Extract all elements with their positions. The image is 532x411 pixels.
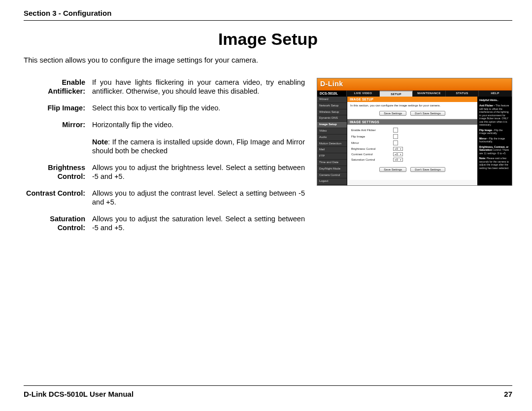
intro-text: This section allows you to configure the…	[24, 56, 512, 64]
sidenav-motion[interactable]: Motion Detection	[317, 141, 347, 147]
desc-saturation: Allows you to adjust the saturation leve…	[92, 214, 305, 232]
panel-subtitle: In this section, you can configure the i…	[347, 102, 477, 109]
label-saturation: Saturation Control	[351, 158, 393, 161]
tab-help[interactable]: HELP	[479, 91, 512, 97]
sidenav-image-setup[interactable]: Image Setup	[317, 122, 347, 128]
screenshot-embed: D-Link DCS-5010L LIVE VIDEO SETUP MAINTE…	[317, 78, 512, 186]
label-brightness: Brightness Control	[351, 147, 393, 150]
screenshot-header: D-Link	[317, 78, 512, 91]
sidenav-ftp[interactable]: FTP	[317, 153, 347, 160]
panel-title: IMAGE SETUP	[347, 97, 477, 102]
select-saturation[interactable]: +0	[393, 158, 403, 162]
term-enable-antiflicker: Enable Antiflicker:	[24, 78, 92, 96]
label-contrast: Contrast Control	[351, 153, 393, 156]
save-button-top[interactable]: Save Settings	[379, 111, 406, 116]
tab-live-video[interactable]: LIVE VIDEO	[347, 91, 380, 97]
brand-logo: D-Link	[320, 80, 343, 88]
checkbox-flip-image[interactable]	[393, 134, 398, 139]
desc-brightness: Allows you to adjust the brightness leve…	[92, 163, 305, 181]
label-anti-flicker: Enable Anti Flicker	[351, 129, 393, 132]
content-panel: IMAGE SETUP In this section, you can con…	[347, 97, 477, 185]
tab-maintenance[interactable]: MAINTENANCE	[413, 91, 446, 97]
sidenav-timedate[interactable]: Time and Date	[317, 160, 347, 166]
section-header: Section 3 - Configuration	[24, 9, 512, 21]
save-button-bottom[interactable]: Save Settings	[379, 167, 406, 172]
definitions-list: Enable Antiflicker: If you have lights f…	[24, 78, 305, 240]
sidenav-ddns[interactable]: Dynamic DNS	[317, 115, 347, 122]
label-mirror: Mirror	[351, 141, 393, 144]
side-nav: Wizard Network Setup Wireless Setup Dyna…	[317, 97, 347, 185]
select-contrast[interactable]: +0	[393, 152, 403, 156]
term-brightness: Brightness Control:	[24, 163, 92, 181]
footer-page-number: 27	[504, 390, 512, 398]
sidenav-camera-control[interactable]: Camera Control	[317, 172, 347, 179]
hints-panel: Helpful Hints.. Anti Flicker - This feat…	[477, 97, 512, 185]
section-header: IMAGE SETTINGS	[347, 119, 477, 125]
sidenav-network[interactable]: Network Setup	[317, 103, 347, 109]
tab-status[interactable]: STATUS	[446, 91, 479, 97]
hints-title: Helpful Hints..	[479, 99, 510, 102]
select-brightness[interactable]: +0	[393, 147, 403, 151]
term-note	[24, 137, 92, 155]
checkbox-anti-flicker[interactable]	[393, 128, 398, 133]
desc-mirror: Horizontally flip the video.	[92, 120, 305, 129]
dont-save-button-top[interactable]: Don't Save Settings	[410, 111, 445, 116]
sidenav-audio[interactable]: Audio	[317, 135, 347, 141]
term-saturation: Saturation Control:	[24, 214, 92, 232]
dont-save-button-bottom[interactable]: Don't Save Settings	[410, 167, 445, 172]
checkbox-mirror[interactable]	[393, 140, 398, 145]
sidenav-wireless[interactable]: Wireless Setup	[317, 109, 347, 116]
sidenav-daynight[interactable]: Day/Night Mode	[317, 166, 347, 172]
term-mirror: Mirror:	[24, 120, 92, 129]
term-flip-image: Flip Image:	[24, 103, 92, 112]
term-contrast: Contrast Control:	[24, 189, 92, 206]
model-label: DCS-5010L	[317, 91, 347, 97]
footer-left: D-Link DCS-5010L User Manual	[24, 390, 133, 398]
sidenav-wizard[interactable]: Wizard	[317, 97, 347, 103]
sidenav-mail[interactable]: Mail	[317, 147, 347, 153]
sidenav-logout[interactable]: Logout	[317, 178, 347, 185]
sidenav-video[interactable]: Video	[317, 128, 347, 135]
desc-enable-antiflicker: If you have lights flickering in your ca…	[92, 78, 305, 96]
desc-flip-image: Select this box to vertically flip the v…	[92, 103, 305, 112]
desc-note: Note: If the camera is installed upside …	[92, 137, 305, 155]
tab-bar: LIVE VIDEO SETUP MAINTENANCE STATUS HELP	[347, 91, 512, 97]
page-title: Image Setup	[24, 30, 512, 49]
tab-setup[interactable]: SETUP	[380, 91, 413, 97]
label-flip-image: Flip Image	[351, 135, 393, 138]
desc-contrast: Allows you to adjust the contrast level.…	[92, 189, 305, 206]
